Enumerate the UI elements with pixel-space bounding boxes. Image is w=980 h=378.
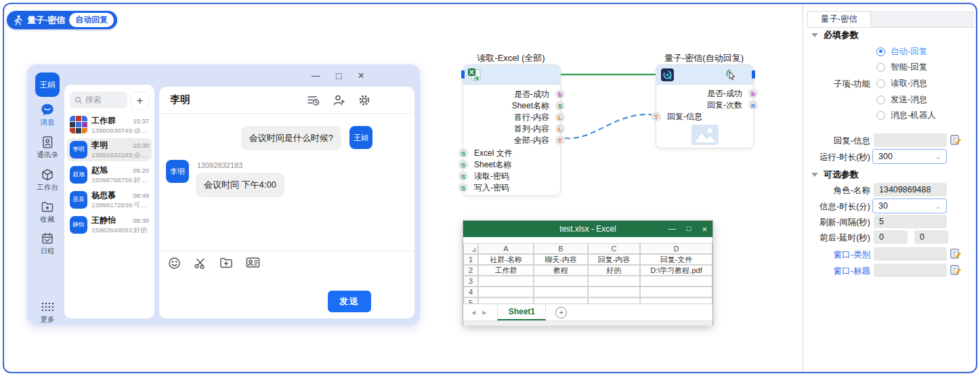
search-input[interactable]: 搜索 <box>70 91 127 108</box>
contact-row-zhaoxu[interactable]: 赵旭 赵旭09:20 15098768758:好的... <box>67 163 152 186</box>
cell-a4[interactable] <box>478 287 534 297</box>
chat-minimize-button[interactable]: — <box>312 70 320 82</box>
column-header[interactable]: A <box>478 243 534 254</box>
section-required-params[interactable]: 必填参数 <box>811 29 859 41</box>
new-sheet-button[interactable]: + <box>555 307 567 318</box>
flow-node-quantum[interactable]: 是否-成功b 回复-次数n T回复-信息 <box>656 64 754 148</box>
emoji-icon[interactable] <box>168 257 181 270</box>
row-header[interactable]: 4 <box>463 287 478 297</box>
cell-c3[interactable] <box>588 276 640 287</box>
sidebar-item-messages[interactable]: 消息 <box>33 102 62 127</box>
radio-smart-reply[interactable]: 智能-回复 <box>876 61 927 73</box>
radio-auto-reply[interactable]: 自动-回复 <box>876 45 927 58</box>
flow-node-read-excel[interactable]: 是否-成功b Sheet名称S 首行-内容L 首列-内容L 全部-内容T SEx… <box>463 64 561 196</box>
sheet-tab-sheet1[interactable]: Sheet1 <box>497 304 546 320</box>
port-string[interactable]: S <box>459 148 468 158</box>
send-button[interactable]: 发送 <box>328 291 371 312</box>
sheet-nav-prev-icon[interactable]: ◀ <box>471 310 475 316</box>
role-name-input[interactable]: 13409869488 <box>874 183 947 196</box>
cell-a2[interactable]: 工作群 <box>478 265 534 276</box>
msg-duration-dropdown[interactable]: 30⌄ <box>872 198 947 213</box>
port-bool[interactable]: b <box>555 89 565 99</box>
row-header[interactable]: 2 <box>463 265 478 276</box>
port-string[interactable]: S <box>555 101 565 110</box>
port-string[interactable]: S <box>459 160 468 169</box>
port-text[interactable]: T <box>652 112 661 121</box>
cell-c4[interactable] <box>588 287 640 297</box>
reply-info-input[interactable] <box>874 133 947 147</box>
reply-info-edit-icon[interactable] <box>950 134 962 146</box>
cell-d2[interactable]: D:\学习教程.pdf <box>640 265 712 276</box>
flow-out-port[interactable] <box>752 70 755 79</box>
sidebar-item-workbench[interactable]: 工作台 <box>33 167 62 192</box>
sidebar-item-schedule[interactable]: 日程 <box>33 231 62 256</box>
port-number[interactable]: n <box>748 100 758 110</box>
add-contact-icon[interactable] <box>333 94 345 106</box>
gear-icon[interactable] <box>358 94 370 106</box>
scissors-icon[interactable] <box>194 257 207 270</box>
contact-row-yangsimu[interactable]: 思慕 杨思慕08:49 13898172938:可以... <box>67 188 152 211</box>
window-class-input[interactable] <box>874 247 947 261</box>
cell-a3[interactable] <box>478 276 534 287</box>
profile-avatar[interactable]: 王娟 <box>35 72 60 97</box>
window-title-label[interactable]: 窗口-标题 <box>806 266 870 277</box>
column-header[interactable]: D <box>640 243 712 254</box>
contact-row-workgroup[interactable]: 工作群15:37 13980938749:@1... <box>67 113 152 136</box>
contact-row-wangjingyi[interactable]: 静怡 王静怡08:30 15983948593:好的 <box>67 213 152 236</box>
delay-after-input[interactable]: 0 <box>914 230 948 244</box>
panel-tab-quantum[interactable]: 量子-密信 <box>807 11 871 27</box>
contact-row-liming[interactable]: 李明 李明10:30 13092832183:会议... <box>67 138 152 161</box>
cell-b1[interactable]: 聊天-内容 <box>534 254 588 265</box>
cell-b5[interactable] <box>534 297 588 303</box>
chat-maximize-button[interactable]: □ <box>336 70 341 82</box>
refresh-interval-input[interactable]: 5 <box>874 215 947 228</box>
cell-b2[interactable]: 教程 <box>534 265 588 276</box>
file-plus-icon[interactable] <box>219 257 233 269</box>
select-all-corner[interactable] <box>463 243 478 254</box>
window-class-edit-icon[interactable] <box>950 248 962 259</box>
window-class-label[interactable]: 窗口-类别 <box>806 249 870 261</box>
sidebar-item-contacts[interactable]: 通讯录 <box>33 135 62 160</box>
excel-title-bar[interactable]: test.xlsx - Excel — □ × <box>463 221 712 237</box>
port-string[interactable]: S <box>459 183 468 192</box>
column-header[interactable]: B <box>534 243 588 254</box>
port-list[interactable]: L <box>555 124 565 133</box>
cell-c1[interactable]: 回复-内容 <box>588 254 640 265</box>
app-tab[interactable]: 量子-密信 自动回复 <box>7 11 117 29</box>
port-list[interactable]: L <box>555 112 565 122</box>
radio-message-bot[interactable]: 消息-机器人 <box>876 109 936 121</box>
radio-send-message[interactable]: 发送-消息 <box>876 93 927 106</box>
port-text[interactable]: T <box>555 135 565 145</box>
column-header[interactable]: C <box>588 243 640 254</box>
window-title-input[interactable] <box>874 264 947 277</box>
contact-card-icon[interactable] <box>246 257 260 268</box>
delay-before-input[interactable]: 0 <box>874 230 908 244</box>
excel-maximize-button[interactable]: □ <box>687 224 691 234</box>
port-string[interactable]: S <box>459 171 468 181</box>
row-header[interactable]: 3 <box>463 276 478 287</box>
sidebar-item-favorites[interactable]: 收藏 <box>33 199 62 224</box>
port-bool[interactable]: b <box>748 89 758 98</box>
radio-read-message[interactable]: 读取-消息 <box>876 77 927 89</box>
cell-d1[interactable]: 回复-文件 <box>640 254 712 265</box>
section-optional-params[interactable]: 可选参数 <box>811 169 859 181</box>
window-title-edit-icon[interactable] <box>950 264 962 276</box>
excel-minimize-button[interactable]: — <box>668 224 676 234</box>
sidebar-item-more[interactable]: 更多 <box>33 299 62 324</box>
chat-close-button[interactable]: × <box>358 70 364 82</box>
history-icon[interactable] <box>307 94 320 106</box>
cell-a5[interactable] <box>478 297 534 303</box>
row-header[interactable]: 1 <box>463 254 478 265</box>
add-chat-button[interactable]: + <box>131 91 149 110</box>
sheet-nav-next-icon[interactable]: ▶ <box>482 310 486 316</box>
cell-d5[interactable] <box>640 297 712 303</box>
cell-c5[interactable] <box>588 297 640 303</box>
flow-in-port[interactable] <box>461 70 465 79</box>
run-duration-dropdown[interactable]: 300⌄ <box>872 149 947 164</box>
cell-d3[interactable] <box>640 276 712 287</box>
cell-a1[interactable]: 社群-名称 <box>478 254 534 265</box>
cell-b3[interactable] <box>534 276 588 287</box>
cell-d4[interactable] <box>640 287 712 297</box>
excel-close-button[interactable]: × <box>702 224 707 234</box>
cell-b4[interactable] <box>534 287 588 297</box>
